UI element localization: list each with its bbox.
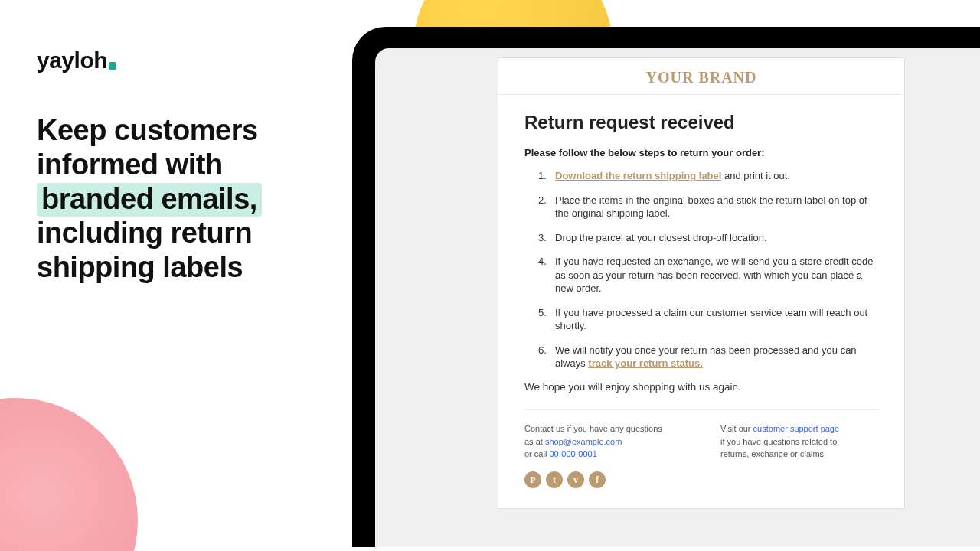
footer-support: Visit our customer support page if you h… bbox=[720, 422, 878, 488]
vimeo-icon[interactable]: v bbox=[567, 471, 584, 488]
email-subtitle: Please follow the below steps to return … bbox=[524, 147, 878, 158]
device-frame: YOUR BRAND Return request received Pleas… bbox=[352, 27, 980, 547]
email-closing: We hope you will enjoy shopping with us … bbox=[524, 381, 878, 393]
email-card: YOUR BRAND Return request received Pleas… bbox=[498, 57, 905, 509]
logo-text: yayloh bbox=[37, 47, 107, 73]
brand-name: YOUR BRAND bbox=[646, 69, 757, 86]
support-page-link[interactable]: customer support page bbox=[753, 424, 840, 433]
pinterest-icon[interactable]: P bbox=[524, 471, 541, 488]
download-label-link[interactable]: Download the return shipping label bbox=[555, 170, 721, 181]
facebook-icon[interactable]: f bbox=[589, 471, 606, 488]
social-links: P t v f bbox=[524, 471, 682, 488]
step-item: Place the items in the original boxes an… bbox=[538, 194, 878, 220]
logo: yayloh bbox=[37, 47, 116, 73]
steps-list: Download the return shipping label and p… bbox=[524, 169, 878, 370]
step-item: We will notify you once your return has … bbox=[538, 344, 878, 370]
email-title: Return request received bbox=[524, 112, 878, 133]
step-item: If you have requested an exchange, we wi… bbox=[538, 255, 878, 295]
email-brand-header: YOUR BRAND bbox=[498, 58, 904, 95]
twitter-icon[interactable]: t bbox=[546, 471, 563, 488]
decorative-shape-pink bbox=[0, 398, 138, 551]
marketing-headline: Keep customers informed with branded ema… bbox=[37, 113, 312, 285]
footer-contact: Contact us if you have any questions as … bbox=[524, 422, 682, 488]
track-status-link[interactable]: track your return status. bbox=[588, 357, 703, 369]
logo-dot bbox=[109, 62, 116, 70]
contact-email-link[interactable]: shop@example.com bbox=[545, 437, 622, 446]
step-item: Drop the parcel at your closest drop-off… bbox=[538, 231, 878, 245]
device-screen: YOUR BRAND Return request received Pleas… bbox=[375, 48, 980, 547]
headline-highlight: branded emails, bbox=[37, 183, 262, 217]
contact-phone-link[interactable]: 00-000-0001 bbox=[549, 449, 596, 458]
step-item: Download the return shipping label and p… bbox=[538, 169, 878, 183]
email-footer: Contact us if you have any questions as … bbox=[524, 409, 878, 502]
step-item: If you have processed a claim our custom… bbox=[538, 306, 878, 333]
